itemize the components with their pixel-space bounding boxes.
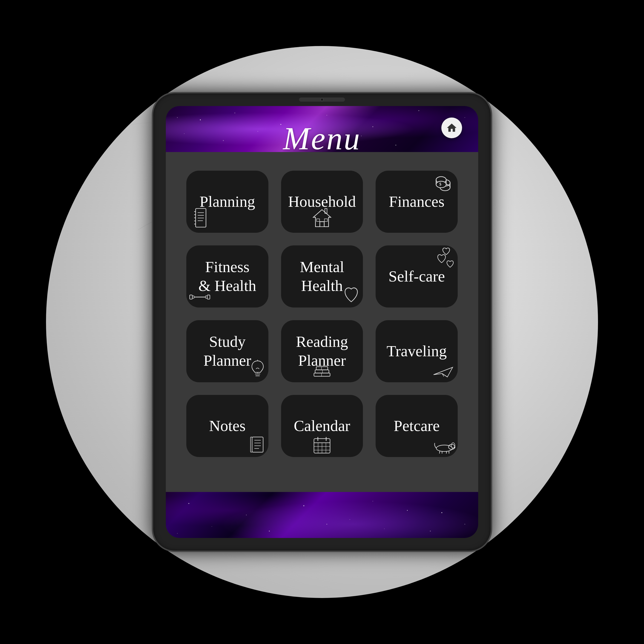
- menu-item-mental[interactable]: MentalHealth: [281, 245, 363, 308]
- svg-rect-63: [315, 370, 329, 373]
- tablet-frame: Menu Planning: [152, 92, 492, 552]
- fitness-label: Fitness& Health: [198, 258, 256, 295]
- notes-icon: [249, 435, 264, 454]
- svg-text:$: $: [439, 182, 441, 187]
- calendar-icon: [313, 436, 331, 454]
- camera-bar: [299, 98, 345, 102]
- camera-lens: [320, 98, 324, 101]
- svg-rect-62: [314, 373, 330, 376]
- traveling-icon: [432, 365, 454, 378]
- menu-item-notes[interactable]: Notes: [186, 395, 268, 457]
- svg-marker-39: [313, 210, 331, 227]
- menu-item-selfcare[interactable]: Self-care: [376, 245, 458, 308]
- tablet-screen: Menu Planning: [166, 106, 478, 538]
- mental-label: MentalHealth: [300, 258, 344, 295]
- home-button[interactable]: [441, 118, 462, 138]
- menu-item-study[interactable]: StudyPlanner: [186, 320, 268, 382]
- menu-title: Menu: [283, 120, 361, 157]
- menu-grid: Planning: [186, 171, 458, 457]
- svg-point-85: [436, 445, 452, 451]
- menu-item-traveling[interactable]: Traveling: [376, 320, 458, 382]
- svg-rect-70: [252, 437, 263, 452]
- planning-label: Planning: [199, 192, 255, 211]
- petcare-icon: [433, 441, 456, 454]
- menu-item-calendar[interactable]: Calendar: [281, 395, 363, 457]
- traveling-label: Traveling: [387, 342, 447, 361]
- svg-rect-41: [316, 219, 319, 221]
- notes-label: Notes: [209, 417, 246, 435]
- home-button-container: [441, 118, 462, 138]
- svg-rect-53: [190, 295, 192, 299]
- reading-label: ReadingPlanner: [296, 332, 348, 370]
- menu-item-fitness[interactable]: Fitness& Health: [186, 245, 268, 308]
- menu-item-household[interactable]: Household: [281, 171, 363, 233]
- household-label: Household: [288, 192, 356, 211]
- study-label: StudyPlanner: [203, 332, 251, 370]
- selfcare-label: Self-care: [388, 267, 445, 286]
- home-icon: [446, 122, 457, 134]
- study-icon: [250, 360, 266, 378]
- menu-item-petcare[interactable]: Petcare: [376, 395, 458, 457]
- menu-item-reading[interactable]: ReadingPlanner: [281, 320, 363, 382]
- calendar-label: Calendar: [294, 417, 350, 435]
- svg-rect-40: [320, 222, 324, 227]
- finances-label: Finances: [389, 192, 445, 211]
- svg-line-89: [439, 451, 440, 454]
- menu-item-planning[interactable]: Planning: [186, 171, 268, 233]
- svg-rect-42: [324, 219, 327, 221]
- svg-rect-55: [207, 295, 210, 299]
- mental-health-icon: [344, 287, 359, 304]
- menu-item-finances[interactable]: Finances $: [376, 171, 458, 233]
- petcare-label: Petcare: [394, 417, 440, 435]
- menu-container: Menu Planning: [166, 106, 478, 538]
